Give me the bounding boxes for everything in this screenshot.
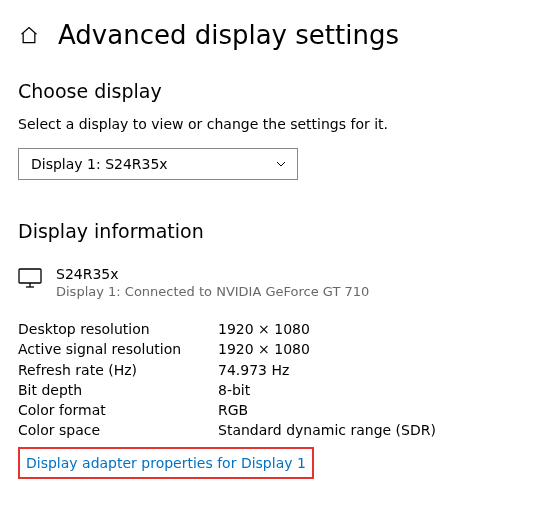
home-icon[interactable] — [18, 24, 40, 46]
info-row: Color format RGB — [18, 400, 531, 420]
monitor-subtext: Display 1: Connected to NVIDIA GeForce G… — [56, 284, 369, 299]
info-row: Refresh rate (Hz) 74.973 Hz — [18, 360, 531, 380]
info-value: 1920 × 1080 — [218, 339, 310, 359]
display-info-table: Desktop resolution 1920 × 1080 Active si… — [18, 319, 531, 479]
choose-display-instruction: Select a display to view or change the s… — [18, 116, 531, 132]
info-label: Bit depth — [18, 380, 218, 400]
info-row: Bit depth 8-bit — [18, 380, 531, 400]
info-value: 1920 × 1080 — [218, 319, 310, 339]
choose-display-heading: Choose display — [18, 80, 531, 102]
info-row: Active signal resolution 1920 × 1080 — [18, 339, 531, 359]
info-row: Desktop resolution 1920 × 1080 — [18, 319, 531, 339]
chevron-down-icon — [275, 158, 287, 170]
monitor-icon — [18, 268, 42, 288]
info-label: Color format — [18, 400, 218, 420]
display-select[interactable]: Display 1: S24R35x — [18, 148, 298, 180]
page-title: Advanced display settings — [58, 20, 399, 50]
page-header: Advanced display settings — [18, 20, 531, 50]
info-value: Standard dynamic range (SDR) — [218, 420, 436, 440]
info-value: RGB — [218, 400, 248, 420]
display-adapter-properties-link[interactable]: Display adapter properties for Display 1 — [26, 455, 306, 471]
display-select-label: Display 1: S24R35x — [31, 156, 168, 172]
info-label: Desktop resolution — [18, 319, 218, 339]
monitor-summary: S24R35x Display 1: Connected to NVIDIA G… — [18, 266, 531, 299]
display-information-heading: Display information — [18, 220, 531, 242]
info-value: 74.973 Hz — [218, 360, 289, 380]
info-label: Color space — [18, 420, 218, 440]
monitor-name: S24R35x — [56, 266, 369, 282]
info-label: Active signal resolution — [18, 339, 218, 359]
highlighted-link-box: Display adapter properties for Display 1 — [18, 447, 314, 479]
svg-rect-0 — [19, 269, 41, 283]
info-label: Refresh rate (Hz) — [18, 360, 218, 380]
info-value: 8-bit — [218, 380, 250, 400]
info-row: Color space Standard dynamic range (SDR) — [18, 420, 531, 440]
